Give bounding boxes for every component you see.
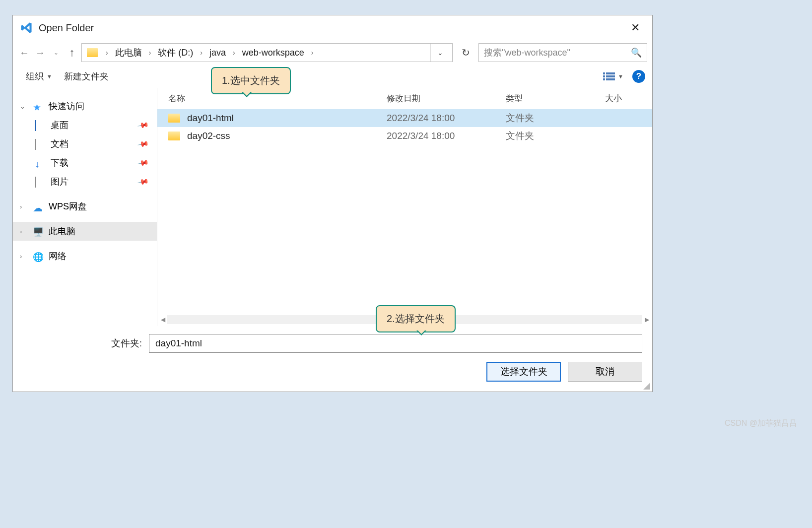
- select-folder-button[interactable]: 选择文件夹: [486, 362, 561, 382]
- titlebar: Open Folder ✕: [13, 15, 652, 40]
- annotation-callout: 2.选择文件夹: [376, 305, 456, 332]
- dialog-body: ⌄ ★ 快速访问 桌面 📌 文档 📌 ↓ 下载 📌 图片: [13, 88, 652, 326]
- folder-name-input[interactable]: [149, 334, 642, 353]
- svg-rect-2: [603, 75, 605, 77]
- document-icon: [35, 139, 36, 150]
- vscode-icon: [20, 21, 33, 34]
- sidebar-item-wps[interactable]: › ☁ WPS网盘: [13, 197, 157, 216]
- sidebar-label: WPS网盘: [49, 200, 87, 212]
- up-button[interactable]: ↑: [66, 46, 78, 59]
- file-name: day01-html: [187, 113, 234, 124]
- new-folder-button[interactable]: 新建文件夹: [58, 70, 115, 82]
- svg-rect-4: [603, 78, 605, 80]
- sidebar-item-desktop[interactable]: 桌面 📌: [13, 116, 157, 134]
- open-folder-dialog: Open Folder ✕ ← → ⌄ ↑ › 此电脑 › 软件 (D:) › …: [12, 15, 653, 392]
- breadcrumb-segment[interactable]: 此电脑: [113, 47, 144, 59]
- pin-icon: 📌: [137, 175, 150, 188]
- help-button[interactable]: ?: [632, 70, 645, 83]
- file-type: 文件夹: [506, 112, 605, 125]
- svg-rect-1: [606, 72, 615, 74]
- search-input[interactable]: 搜索"web-workspace" 🔍: [478, 43, 647, 62]
- column-header-name[interactable]: 名称: [168, 93, 387, 104]
- annotation-callout: 1.选中文件夹: [211, 67, 291, 94]
- sidebar-item-network[interactable]: › 🌐 网络: [13, 247, 157, 265]
- sidebar-item-quick-access[interactable]: ⌄ ★ 快速访问: [13, 97, 157, 116]
- network-icon: 🌐: [33, 252, 44, 261]
- toolbar: 组织▼ 新建文件夹 ▼ ?: [13, 65, 652, 88]
- sidebar-item-documents[interactable]: 文档 📌: [13, 134, 157, 153]
- file-row[interactable]: day01-html 2022/3/24 18:00 文件夹: [157, 109, 652, 127]
- view-icon: [603, 71, 615, 81]
- desktop-icon: [35, 120, 36, 131]
- dialog-footer: 文件夹: 选择文件夹 取消: [13, 326, 652, 392]
- chevron-right-icon: ›: [20, 228, 28, 235]
- folder-icon: [168, 114, 180, 123]
- star-icon: ★: [33, 102, 44, 111]
- view-options-button[interactable]: ▼: [603, 71, 623, 81]
- download-icon: ↓: [35, 158, 46, 167]
- organize-menu[interactable]: 组织▼: [20, 70, 58, 82]
- sidebar-label: 文档: [51, 138, 68, 150]
- sidebar-label: 网络: [49, 250, 67, 262]
- folder-icon: [168, 132, 180, 140]
- breadcrumb-dropdown[interactable]: ⌄: [430, 44, 449, 62]
- file-name: day02-css: [187, 131, 230, 141]
- pin-icon: 📌: [137, 156, 150, 169]
- column-header-size[interactable]: 大小: [605, 93, 622, 104]
- pin-icon: 📌: [137, 137, 150, 150]
- svg-rect-0: [603, 72, 605, 74]
- sidebar-label: 桌面: [51, 119, 68, 131]
- pc-icon: 🖥️: [33, 227, 44, 236]
- refresh-button[interactable]: ↻: [456, 43, 475, 62]
- file-date: 2022/3/24 18:00: [387, 131, 506, 141]
- chevron-down-icon: ⌄: [20, 103, 28, 110]
- file-row[interactable]: day02-css 2022/3/24 18:00 文件夹: [157, 127, 652, 145]
- chevron-down-icon: ▼: [47, 73, 52, 79]
- file-date: 2022/3/24 18:00: [387, 113, 506, 124]
- recent-dropdown[interactable]: ⌄: [50, 46, 63, 59]
- forward-button[interactable]: →: [34, 46, 47, 59]
- scroll-right-icon[interactable]: ▶: [642, 316, 651, 323]
- cancel-button[interactable]: 取消: [568, 362, 642, 382]
- sidebar-label: 此电脑: [49, 225, 75, 237]
- column-header-date[interactable]: 修改日期: [387, 93, 506, 104]
- folder-icon: [87, 48, 98, 57]
- file-list-pane: 1.选中文件夹 名称 修改日期 类型 大小 day01-html 2022/3/…: [157, 88, 652, 326]
- search-placeholder: 搜索"web-workspace": [484, 47, 631, 59]
- chevron-right-icon: ›: [20, 253, 28, 260]
- chevron-right-icon[interactable]: ›: [230, 49, 238, 57]
- scroll-left-icon[interactable]: ◀: [158, 316, 167, 323]
- sidebar-item-downloads[interactable]: ↓ 下载 📌: [13, 153, 157, 172]
- chevron-right-icon[interactable]: ›: [146, 49, 154, 57]
- search-icon: 🔍: [631, 47, 642, 58]
- sidebar-label: 下载: [51, 157, 68, 169]
- svg-rect-5: [606, 78, 615, 80]
- close-button[interactable]: ✕: [625, 21, 645, 34]
- breadcrumb-segment[interactable]: java: [207, 48, 228, 58]
- breadcrumb-segment[interactable]: web-workspace: [240, 48, 306, 58]
- chevron-right-icon[interactable]: ›: [197, 49, 205, 57]
- svg-rect-3: [606, 75, 615, 77]
- sidebar-item-this-pc[interactable]: › 🖥️ 此电脑: [13, 222, 157, 241]
- breadcrumb-bar[interactable]: › 此电脑 › 软件 (D:) › java › web-workspace ›…: [81, 43, 453, 62]
- file-type: 文件夹: [506, 130, 605, 142]
- column-header-type[interactable]: 类型: [506, 93, 605, 104]
- folder-field-label: 文件夹:: [102, 337, 142, 350]
- back-button[interactable]: ←: [18, 46, 31, 59]
- sidebar: ⌄ ★ 快速访问 桌面 📌 文档 📌 ↓ 下载 📌 图片: [13, 88, 157, 326]
- pictures-icon: [35, 177, 36, 188]
- resize-grip[interactable]: [641, 381, 650, 390]
- chevron-right-icon[interactable]: ›: [308, 49, 317, 57]
- pin-icon: 📌: [137, 119, 150, 132]
- cloud-icon: ☁: [33, 202, 44, 211]
- navigation-bar: ← → ⌄ ↑ › 此电脑 › 软件 (D:) › java › web-wor…: [13, 40, 652, 65]
- chevron-right-icon[interactable]: ›: [103, 49, 111, 57]
- breadcrumb-segment[interactable]: 软件 (D:): [156, 47, 195, 59]
- chevron-right-icon: ›: [20, 203, 28, 210]
- chevron-down-icon: ▼: [618, 73, 623, 79]
- sidebar-label: 图片: [51, 176, 68, 188]
- sidebar-label: 快速访问: [49, 100, 84, 112]
- dialog-title: Open Folder: [39, 22, 625, 34]
- sidebar-item-pictures[interactable]: 图片 📌: [13, 172, 157, 191]
